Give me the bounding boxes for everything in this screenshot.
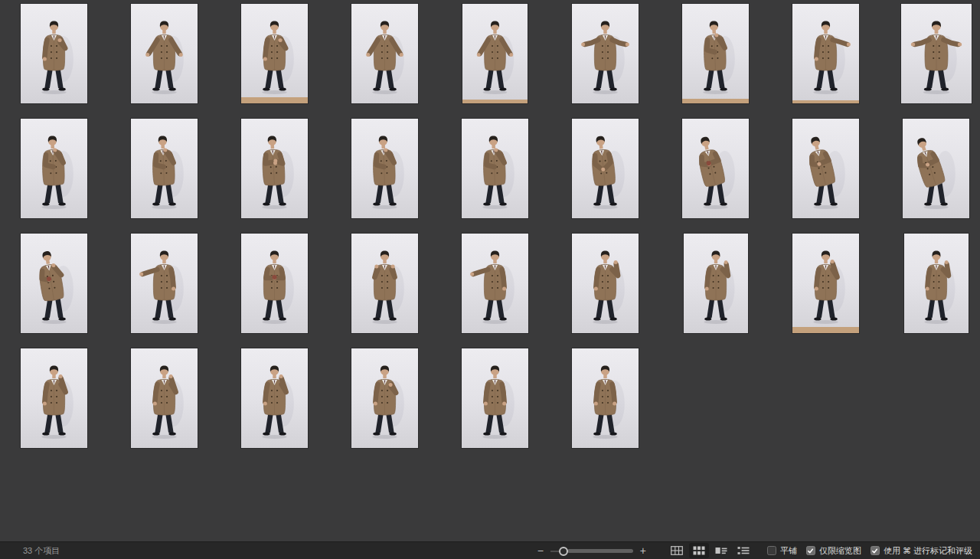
photo-thumbnail[interactable] [241, 234, 308, 333]
model-photo [572, 4, 639, 103]
slider-handle[interactable] [559, 547, 568, 556]
model-photo [241, 234, 308, 333]
model-photo [241, 4, 308, 103]
photo-thumbnail[interactable] [21, 348, 87, 448]
photo-thumbnail[interactable] [241, 119, 308, 218]
view-mode-switcher [667, 543, 753, 558]
model-photo [682, 4, 749, 103]
photo-thumbnail[interactable] [572, 119, 639, 218]
photo-thumbnail[interactable] [462, 234, 528, 333]
photo-thumbnail[interactable] [903, 119, 969, 218]
model-photo [241, 348, 308, 448]
photo-thumbnail[interactable] [572, 348, 639, 448]
photo-thumbnail[interactable] [572, 234, 639, 333]
thumbnail-grid [0, 0, 980, 541]
slider-track-right[interactable] [567, 549, 633, 553]
model-photo [351, 4, 418, 103]
list-view-icon[interactable] [733, 543, 753, 558]
photo-thumbnail[interactable] [682, 119, 749, 218]
zoom-out-button[interactable]: − [534, 544, 547, 557]
model-photo [901, 4, 972, 103]
grid-lines-view-icon[interactable] [667, 543, 687, 558]
photo-thumbnail[interactable] [901, 4, 972, 103]
photo-thumbnail[interactable] [351, 4, 418, 103]
photo-thumbnail[interactable] [682, 4, 749, 103]
content-view-icon[interactable] [711, 543, 731, 558]
cmd-tag-rate-checkbox-label: 使用 ⌘ 进行标记和评级 [884, 545, 972, 557]
tile-checkbox[interactable]: 平铺 [767, 545, 797, 557]
model-photo [462, 234, 528, 333]
model-photo [131, 348, 198, 448]
model-photo [351, 348, 418, 448]
thumbnails-only-checkbox[interactable]: 仅限缩览图 [806, 545, 861, 557]
photo-thumbnail[interactable] [131, 234, 198, 333]
photo-thumbnail[interactable] [904, 234, 969, 333]
model-photo [351, 119, 418, 218]
model-photo [21, 4, 87, 103]
status-bar-controls: − + 平铺仅限缩览图使用 ⌘ 进行标记和评级 [534, 543, 980, 558]
model-photo [682, 119, 749, 218]
model-photo [131, 119, 198, 218]
cmd-tag-rate-checkbox[interactable]: 使用 ⌘ 进行标记和评级 [871, 545, 972, 557]
model-photo [572, 119, 639, 218]
model-photo [462, 348, 528, 448]
model-photo [241, 119, 308, 218]
photo-thumbnail[interactable] [241, 348, 308, 448]
photo-thumbnail[interactable] [792, 4, 859, 103]
photo-thumbnail[interactable] [241, 4, 308, 103]
model-photo [903, 119, 969, 218]
option-checkboxes: 平铺仅限缩览图使用 ⌘ 进行标记和评级 [767, 545, 972, 557]
model-photo [21, 348, 87, 448]
item-count: 33 个项目 [23, 545, 60, 557]
model-photo [792, 119, 859, 218]
photo-thumbnail[interactable] [351, 119, 418, 218]
model-photo [684, 234, 748, 333]
photo-thumbnail[interactable] [21, 119, 87, 218]
photo-thumbnail[interactable] [792, 234, 859, 333]
photo-thumbnail[interactable] [572, 4, 639, 103]
photo-thumbnail[interactable] [131, 4, 198, 103]
photo-thumbnail[interactable] [462, 4, 528, 103]
thumbnails-only-checkbox-box[interactable] [806, 546, 815, 555]
model-photo [21, 119, 87, 218]
thumbnails-only-checkbox-label: 仅限缩览图 [819, 545, 861, 557]
photo-thumbnail[interactable] [21, 234, 87, 333]
photo-thumbnail[interactable] [131, 348, 198, 448]
model-photo [572, 234, 639, 333]
zoom-in-button[interactable]: + [636, 544, 650, 557]
thumbnail-grid-view-icon[interactable] [689, 543, 709, 558]
tile-checkbox-box[interactable] [767, 546, 776, 555]
thumbnail-size-slider[interactable] [550, 544, 633, 557]
model-photo [21, 234, 87, 333]
photo-thumbnail[interactable] [684, 234, 748, 333]
model-photo [904, 234, 969, 333]
photo-thumbnail[interactable] [131, 119, 198, 218]
model-photo [572, 348, 639, 448]
status-bar: 33 个项目 − + 平铺仅限缩览图使用 ⌘ 进行标记和评级 [0, 541, 980, 559]
photo-thumbnail[interactable] [351, 348, 418, 448]
photo-thumbnail[interactable] [351, 234, 418, 333]
photo-thumbnail[interactable] [792, 119, 859, 218]
photo-thumbnail[interactable] [21, 4, 87, 103]
photo-thumbnail[interactable] [462, 348, 528, 448]
photo-browser-window: 33 个项目 − + 平铺仅限缩览图使用 ⌘ 进行标记和评级 [0, 0, 980, 559]
model-photo [131, 234, 198, 333]
model-photo [351, 234, 418, 333]
model-photo [792, 4, 859, 103]
model-photo [792, 234, 859, 333]
photo-thumbnail[interactable] [462, 119, 528, 218]
cmd-tag-rate-checkbox-box[interactable] [871, 546, 880, 555]
tile-checkbox-label: 平铺 [780, 545, 797, 557]
model-photo [131, 4, 198, 103]
model-photo [462, 119, 528, 218]
model-photo [462, 4, 528, 103]
